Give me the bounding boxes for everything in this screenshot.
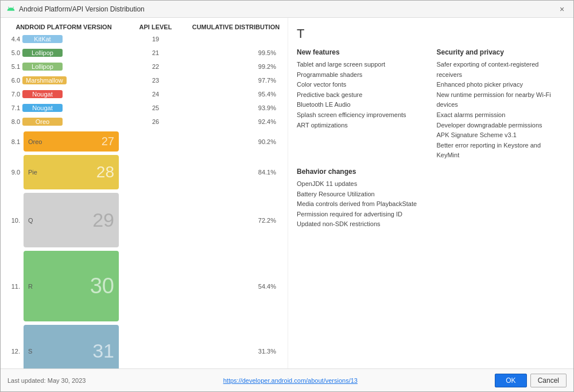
version-cell-44: 4.4 KitKat: [6, 33, 121, 45]
footer-buttons: OK Cancel: [495, 374, 567, 387]
titlebar-left: Android Platform/API Version Distributio…: [6, 5, 145, 14]
new-features-list: Tablet and large screen support Programm…: [297, 60, 425, 130]
table-row: 7.1 Nougat 25 93.9%: [6, 102, 282, 114]
ok-button[interactable]: OK: [495, 374, 526, 387]
table-row: 6.0 Marshmallow 23 97.7%: [6, 74, 282, 87]
titlebar-title: Android Platform/API Version Distributio…: [19, 5, 145, 13]
developer-link[interactable]: https://developer.android.com/about/vers…: [223, 377, 358, 384]
behavior-section: Behavior changes OpenJDK 11 updates Batt…: [297, 168, 565, 230]
footer: Last updated: May 30, 2023 https://devel…: [1, 368, 573, 391]
left-panel: ANDROID PLATFORM VERSION API LEVEL CUMUL…: [1, 18, 288, 368]
cancel-button[interactable]: Cancel: [530, 374, 567, 387]
new-features-heading: New features: [297, 48, 425, 56]
security-heading: Security and privacy: [437, 48, 565, 56]
table-row: 7.0 Nougat 24 95.4%: [6, 88, 282, 100]
table-row: 4.4 KitKat 19: [6, 33, 282, 45]
col3-header: CUMULATIVE DISTRIBUTION: [190, 24, 282, 30]
new-features-section: New features Tablet and large screen sup…: [297, 48, 425, 161]
table-row: 5.1 Lollipop 22 99.2%: [6, 60, 282, 73]
content-area: ANDROID PLATFORM VERSION API LEVEL CUMUL…: [1, 18, 573, 368]
table-header: ANDROID PLATFORM VERSION API LEVEL CUMUL…: [6, 24, 282, 30]
table-row: 5.0 Lollipop 21 99.5%: [6, 46, 282, 59]
close-button[interactable]: ×: [556, 3, 568, 15]
table-row-90: 9.0 Pie 28 84.1%: [6, 154, 282, 191]
col2-header: API LEVEL: [121, 24, 190, 30]
right-panel: T New features Tablet and large screen s…: [288, 18, 573, 368]
android-icon: [6, 5, 15, 14]
security-section: Security and privacy Safer exporting of …: [437, 48, 565, 161]
small-rows: 4.4 KitKat 19 5.0 Lollipop 21 99.5%: [6, 33, 282, 129]
table-row-11: 11. R 30 54.4%: [6, 250, 282, 323]
version-title: T: [297, 26, 565, 41]
behavior-list: OpenJDK 11 updates Battery Resource Util…: [297, 179, 565, 230]
behavior-heading: Behavior changes: [297, 168, 565, 176]
table-row-81: 8.1 Oreo 27 90.2%: [6, 130, 282, 153]
table-row-10: 10. Q 29 72.2%: [6, 192, 282, 249]
security-features-list: Safer exporting of context-registered re…: [437, 60, 565, 161]
titlebar: Android Platform/API Version Distributio…: [1, 1, 573, 18]
table-row-12: 12. S 31 31.3%: [6, 324, 282, 368]
col1-header: ANDROID PLATFORM VERSION: [6, 24, 121, 30]
features-grid: New features Tablet and large screen sup…: [297, 48, 565, 161]
dialog: Android Platform/API Version Distributio…: [0, 0, 574, 392]
last-updated: Last updated: May 30, 2023: [7, 377, 86, 384]
table-row: 8.0 Oreo 26 92.4%: [6, 115, 282, 128]
